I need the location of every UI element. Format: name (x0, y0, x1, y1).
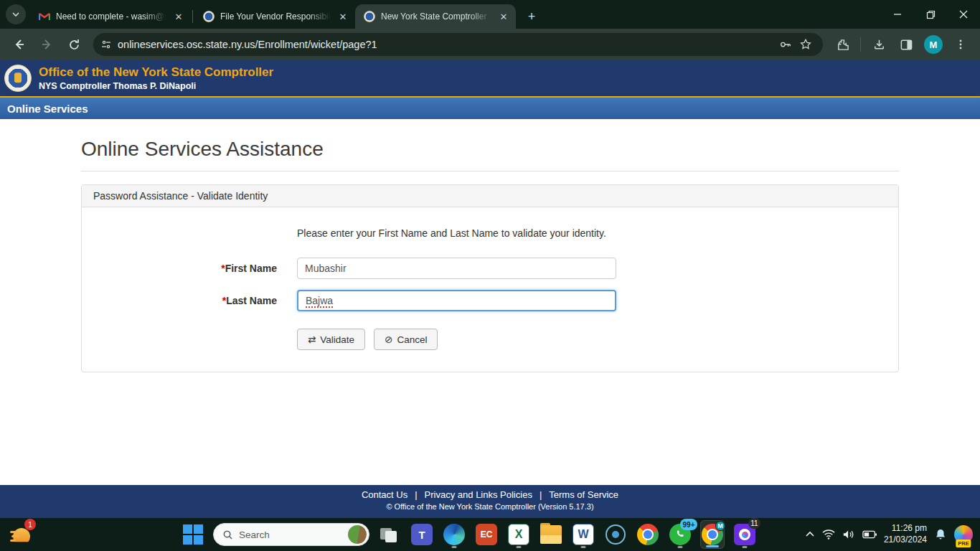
notification-bell-icon[interactable] (934, 528, 947, 541)
main-content: Online Services Assistance Password Assi… (0, 119, 980, 485)
address-bar[interactable]: onlineservices.osc.state.ny.us/Enrollmen… (93, 33, 823, 56)
chrome-icon (637, 524, 659, 545)
folder-icon (540, 525, 562, 544)
panel-title: Password Assistance - Validate Identity (82, 185, 898, 207)
search-label: Search (239, 529, 342, 540)
battery-icon[interactable] (862, 529, 877, 540)
divider (81, 171, 899, 171)
taskbar-clipchamp[interactable]: 11 (732, 520, 757, 549)
start-button[interactable] (181, 520, 205, 549)
search-daily-image[interactable] (348, 525, 367, 544)
first-name-input[interactable]: Mubashir (297, 258, 616, 279)
tray-chevron-up-icon[interactable] (805, 529, 815, 540)
transfer-arrows-icon: ⇄ (308, 334, 316, 345)
last-name-row: *Last Name Bajwa (82, 290, 898, 311)
terms-of-service-link[interactable]: Terms of Service (549, 489, 618, 500)
taskbar-chrome-active[interactable]: M (700, 520, 725, 549)
download-icon (872, 38, 886, 52)
privacy-policies-link[interactable]: Privacy and Links Policies (425, 489, 532, 500)
tab-close-icon[interactable]: ✕ (172, 10, 185, 23)
close-window-button[interactable] (947, 0, 980, 29)
password-manager-button[interactable] (776, 34, 796, 55)
new-tab-button[interactable]: + (522, 6, 542, 27)
extensions-button[interactable] (830, 32, 854, 57)
downloads-button[interactable] (867, 32, 891, 57)
taskbar-word[interactable]: W (571, 520, 595, 549)
gmail-icon (39, 11, 50, 22)
page-title: Online Services Assistance (81, 138, 899, 161)
first-name-value: Mubashir (305, 263, 347, 274)
weather-widget[interactable]: 1 (10, 522, 33, 545)
search-icon (222, 529, 233, 540)
taskbar-chrome[interactable] (636, 520, 660, 549)
site-info-icon[interactable] (100, 39, 112, 50)
last-name-label: *Last Name (82, 295, 297, 306)
tab-title: New York State Comptroller - O (381, 11, 491, 22)
taskbar-excel[interactable]: X (507, 520, 531, 549)
tab-title: File Your Vendor Responsibility (220, 11, 331, 22)
tab-close-icon[interactable]: ✕ (336, 10, 349, 23)
word-icon: W (573, 524, 594, 545)
tab-close-icon[interactable]: ✕ (497, 10, 510, 23)
taskbar-powerpoint[interactable]: EC (474, 520, 499, 549)
site-footer: Contact Us|Privacy and Links Policies|Te… (0, 485, 980, 518)
profile-avatar: M (924, 35, 943, 54)
url-text[interactable]: onlineservices.osc.state.ny.us/Enrollmen… (118, 39, 776, 50)
tray-clock[interactable]: 11:26 pm 21/03/2024 (884, 523, 927, 545)
taskbar-edge[interactable] (442, 520, 466, 549)
taskbar-whatsapp[interactable]: 99+ (668, 520, 692, 549)
side-panel-button[interactable] (894, 32, 918, 57)
copilot-pre-badge: PRE (956, 540, 971, 547)
taskbar-search[interactable]: Search (213, 523, 369, 546)
last-name-input[interactable]: Bajwa (297, 290, 616, 311)
tab-title: Need to complete - wasim@ma (56, 11, 166, 22)
whatsapp-badge: 99+ (680, 519, 697, 530)
form-buttons: ⇄ Validate ⊘ Cancel (297, 329, 898, 350)
contact-us-link[interactable]: Contact Us (362, 489, 407, 500)
tab-vendor-responsibility[interactable]: File Your Vendor Responsibility ✕ (194, 4, 355, 29)
reload-button[interactable] (62, 32, 86, 57)
taskbar-teams[interactable]: T (410, 520, 434, 549)
tab-search-button[interactable] (6, 4, 26, 24)
task-view-button[interactable] (377, 520, 402, 549)
last-name-value: Bajwa (306, 295, 333, 306)
tab-gmail[interactable]: Need to complete - wasim@ma ✕ (30, 4, 191, 29)
bookmark-button[interactable] (796, 34, 816, 55)
back-button[interactable] (7, 32, 32, 57)
footer-separator: | (415, 489, 417, 500)
volume-icon[interactable] (842, 529, 855, 540)
restore-icon (926, 10, 936, 19)
minimize-button[interactable] (881, 0, 914, 29)
profile-button[interactable]: M (921, 32, 946, 57)
chevron-down-icon (11, 10, 20, 19)
excel-icon: X (508, 524, 529, 545)
powerpoint-icon: EC (476, 524, 497, 545)
taskbar-recorder[interactable] (603, 520, 628, 549)
first-name-row: *First Name Mubashir (82, 258, 898, 279)
instruction-text: Please enter your First Name and Last Na… (297, 227, 898, 239)
wifi-icon[interactable] (822, 529, 835, 540)
minimize-icon (893, 10, 902, 19)
tray-date: 21/03/2024 (884, 534, 927, 546)
forward-button[interactable] (34, 32, 59, 57)
browser-menu-button[interactable] (948, 32, 973, 57)
validate-button[interactable]: ⇄ Validate (297, 329, 365, 350)
star-icon (799, 38, 812, 51)
nys-seal-icon (203, 11, 215, 22)
tab-comptroller-active[interactable]: New York State Comptroller - O ✕ (355, 4, 516, 29)
edge-icon (443, 524, 465, 545)
reload-icon (68, 39, 80, 51)
online-services-nav-bar[interactable]: Online Services (0, 98, 980, 119)
cancel-button[interactable]: ⊘ Cancel (374, 329, 438, 350)
first-name-label: *First Name (82, 263, 297, 274)
tray-time: 11:26 pm (884, 523, 927, 534)
browser-tab-strip: Need to complete - wasim@ma ✕ File Your … (0, 0, 980, 29)
toolbar-separator (860, 37, 861, 52)
page-viewport: Office of the New York State Comptroller… (0, 60, 980, 518)
taskbar-file-explorer[interactable] (539, 520, 563, 549)
restore-button[interactable] (914, 0, 947, 29)
widget-notification-badge: 1 (24, 519, 36, 530)
tab-separator (192, 10, 193, 23)
site-header: Office of the New York State Comptroller… (0, 60, 980, 98)
copilot-icon[interactable]: PRE (954, 525, 973, 544)
